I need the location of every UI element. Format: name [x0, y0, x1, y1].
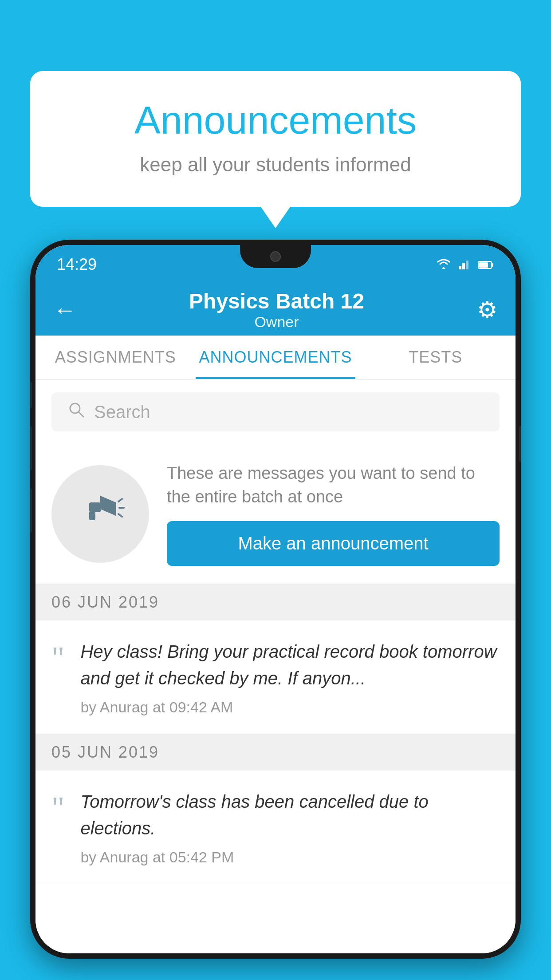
- quote-icon-2: ": [51, 792, 64, 824]
- svg-rect-1: [462, 263, 465, 269]
- phone-frame: 14:29: [30, 240, 521, 959]
- search-container: Search: [35, 380, 516, 444]
- promo-description: These are messages you want to send to t…: [167, 462, 500, 509]
- back-button[interactable]: ←: [53, 296, 76, 323]
- announcement-promo-section: These are messages you want to send to t…: [35, 444, 516, 584]
- camera-dot: [270, 251, 281, 262]
- promo-right-area: These are messages you want to send to t…: [167, 462, 500, 566]
- date-separator-1: 06 JUN 2019: [35, 584, 516, 620]
- svg-rect-10: [89, 511, 95, 520]
- phone-power-button: [519, 426, 521, 462]
- announcement-meta-2: by Anurag at 05:42 PM: [80, 849, 500, 866]
- announcement-text-1: Hey class! Bring your practical record b…: [80, 638, 500, 692]
- phone-volume-up-button: [30, 426, 32, 470]
- tab-tests[interactable]: TESTS: [355, 336, 516, 379]
- announcement-content-1: Hey class! Bring your practical record b…: [80, 638, 500, 716]
- svg-line-11: [118, 499, 122, 502]
- svg-line-13: [118, 514, 122, 517]
- svg-rect-2: [466, 261, 468, 269]
- svg-rect-9: [89, 502, 101, 512]
- megaphone-icon: [76, 485, 125, 543]
- promo-icon-container: [51, 465, 149, 563]
- signal-icon: [459, 257, 471, 273]
- app-header: ← Physics Batch 12 Owner ⚙: [35, 284, 516, 336]
- status-time: 14:29: [57, 255, 97, 274]
- announcement-item-2[interactable]: " Tomorrow's class has been cancelled du…: [35, 771, 516, 884]
- quote-icon-1: ": [51, 642, 64, 674]
- svg-rect-0: [459, 266, 461, 269]
- speech-bubble-area: Announcements keep all your students inf…: [30, 71, 521, 207]
- status-bar: 14:29: [35, 245, 516, 284]
- tab-announcements[interactable]: ANNOUNCEMENTS: [196, 336, 356, 379]
- phone-volume-mute-button: [30, 382, 32, 408]
- settings-button[interactable]: ⚙: [477, 296, 498, 323]
- speech-bubble-card: Announcements keep all your students inf…: [30, 71, 521, 207]
- svg-marker-8: [100, 496, 116, 516]
- search-icon: [67, 401, 85, 423]
- phone-content-area: Search: [35, 380, 516, 953]
- phone-volume-down-button: [30, 488, 32, 533]
- announcement-text-2: Tomorrow's class has been cancelled due …: [80, 788, 500, 842]
- battery-icon: [478, 257, 494, 273]
- make-announcement-button[interactable]: Make an announcement: [167, 521, 500, 566]
- search-bar[interactable]: Search: [51, 392, 500, 431]
- announcement-item-1[interactable]: " Hey class! Bring your practical record…: [35, 620, 516, 734]
- phone-screen: 14:29: [35, 245, 516, 953]
- svg-line-7: [79, 412, 83, 417]
- announcement-content-2: Tomorrow's class has been cancelled due …: [80, 788, 500, 866]
- search-placeholder-text: Search: [94, 402, 150, 422]
- date-separator-2: 05 JUN 2019: [35, 734, 516, 771]
- header-title-area: Physics Batch 12 Owner: [189, 289, 364, 331]
- phone-notch: [240, 245, 311, 268]
- bubble-title: Announcements: [66, 98, 485, 143]
- status-icons: [436, 257, 494, 273]
- batch-title: Physics Batch 12: [189, 289, 364, 313]
- svg-rect-5: [479, 262, 488, 268]
- svg-rect-4: [492, 263, 493, 267]
- batch-role: Owner: [189, 313, 364, 331]
- wifi-icon: [436, 257, 452, 273]
- tab-assignments[interactable]: ASSIGNMENTS: [35, 336, 196, 379]
- tabs-bar: ASSIGNMENTS ANNOUNCEMENTS TESTS: [35, 336, 516, 380]
- announcement-meta-1: by Anurag at 09:42 AM: [80, 699, 500, 716]
- bubble-subtitle: keep all your students informed: [66, 154, 485, 176]
